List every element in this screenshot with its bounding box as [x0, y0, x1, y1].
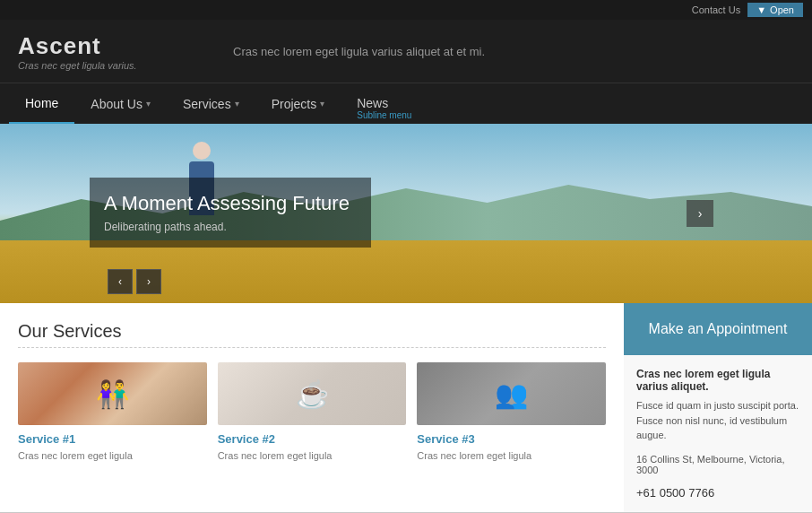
service-desc-2: Cras nec lorem eget ligula: [218, 449, 407, 463]
open-button[interactable]: ▼ Open: [747, 3, 803, 17]
main-nav: Home About Us ▾ Services ▾ Projects ▾ Ne…: [0, 83, 812, 124]
make-appointment-button[interactable]: Make an Appointment: [624, 303, 812, 355]
nav-item-services[interactable]: Services ▾: [167, 83, 255, 124]
slider-prev-button[interactable]: ‹: [108, 269, 133, 294]
sidebar-info: Cras nec lorem eget ligula varius alique…: [624, 355, 812, 512]
slider-controls: ‹ ›: [108, 269, 161, 294]
service-desc-3: Cras nec lorem eget ligula: [417, 449, 606, 463]
service-card-3: Service #3 Cras nec lorem eget ligula: [417, 362, 606, 463]
service-card-2: Service #2 Cras nec lorem eget ligula: [218, 362, 407, 463]
sidebar-phone: +61 0500 7766: [636, 486, 799, 500]
sidebar-normal-text: Fusce id quam in justo suscipit porta. F…: [636, 398, 799, 443]
nav-item-news[interactable]: News Subline menu: [341, 83, 428, 124]
sidebar: Make an Appointment Cras nec lorem eget …: [624, 303, 812, 512]
service-image-2: [218, 362, 407, 425]
services-section-title: Our Services: [18, 321, 606, 342]
sidebar-address: 16 Collins St, Melbourne, Victoria, 3000: [636, 454, 799, 475]
sidebar-bold-text: Cras nec lorem eget ligula varius alique…: [636, 368, 799, 393]
open-arrow-icon: ▼: [756, 4, 766, 15]
hero-title: A Moment Assessing Future: [104, 192, 350, 215]
nav-label-home: Home: [25, 96, 58, 110]
nav-item-home[interactable]: Home: [9, 83, 74, 124]
top-bar-links: Contact Us ▼ Open: [692, 3, 803, 17]
service-image-1: [18, 362, 207, 425]
service-desc-1: Cras nec lorem eget ligula: [18, 449, 207, 463]
header: Ascent Cras nec eget ligula varius. Cras…: [0, 20, 812, 83]
chevron-down-icon: ▾: [235, 99, 239, 109]
service-image-3: [417, 362, 606, 425]
nav-label-news: News: [357, 96, 411, 110]
logo-title: Ascent: [18, 32, 215, 60]
service-link-1[interactable]: Service #1: [18, 432, 207, 446]
logo[interactable]: Ascent Cras nec eget ligula varius.: [18, 32, 215, 71]
logo-subtitle: Cras nec eget ligula varius.: [18, 60, 215, 71]
services-divider: [18, 347, 606, 348]
service-link-3[interactable]: Service #3: [417, 432, 606, 446]
nav-item-projects[interactable]: Projects ▾: [255, 83, 341, 124]
header-tagline: Cras nec lorem eget ligula varius alique…: [215, 45, 794, 58]
slider-next-ctrl-button[interactable]: ›: [136, 269, 161, 294]
hero-text-overlay: A Moment Assessing Future Deliberating p…: [90, 178, 371, 248]
chevron-down-icon: ▾: [146, 99, 151, 109]
top-bar: Contact Us ▼ Open: [0, 0, 812, 20]
service-link-2[interactable]: Service #2: [218, 432, 407, 446]
open-label: Open: [770, 4, 794, 15]
slider-next-button[interactable]: ›: [687, 200, 713, 227]
content-area: Our Services Service #1 Cras nec lorem e…: [0, 303, 624, 512]
services-grid: Service #1 Cras nec lorem eget ligula Se…: [18, 362, 606, 463]
service-card-1: Service #1 Cras nec lorem eget ligula: [18, 362, 207, 463]
nav-label-about: About Us: [91, 97, 143, 111]
contact-us-link[interactable]: Contact Us: [692, 4, 740, 15]
nav-sublabel-news: Subline menu: [357, 110, 411, 120]
main-content: Our Services Service #1 Cras nec lorem e…: [0, 303, 812, 512]
nav-label-projects: Projects: [272, 97, 317, 111]
person-head: [193, 142, 211, 160]
nav-label-services: Services: [183, 97, 231, 111]
nav-item-about[interactable]: About Us ▾: [74, 83, 167, 124]
hero-subtitle: Deliberating paths ahead.: [104, 221, 350, 233]
chevron-down-icon: ▾: [320, 99, 324, 109]
hero-slider: A Moment Assessing Future Deliberating p…: [0, 124, 812, 303]
